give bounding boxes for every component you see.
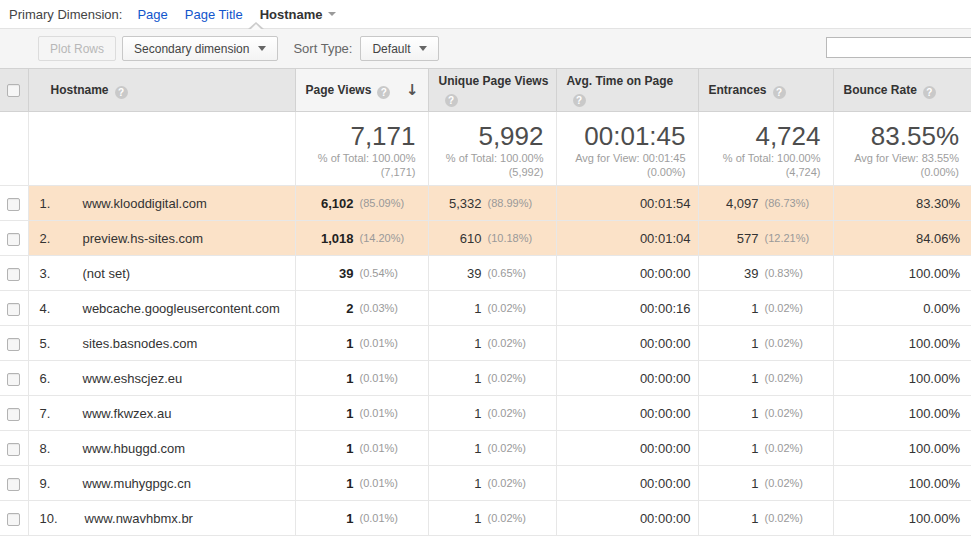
entrances-cell: 1(0.02%) — [698, 291, 833, 326]
entrances-cell: 1(0.02%) — [698, 466, 833, 501]
row-checkbox[interactable] — [7, 303, 20, 316]
unique-page-views-pct: (0.02%) — [488, 477, 544, 489]
unique-page-views-cell: 1(0.02%) — [428, 361, 556, 396]
entrances-value: 577 — [699, 231, 759, 246]
row-checkbox-cell — [0, 396, 28, 431]
total-avg-time: 00:01:45 — [557, 121, 686, 151]
search-input[interactable] — [826, 37, 971, 58]
row-checkbox[interactable] — [7, 198, 20, 211]
primary-dimension-label: Primary Dimension: — [9, 7, 122, 22]
summary-avg-time: 00:01:45 Avg for View: 00:01:45 (0.00%) — [556, 112, 698, 186]
table-header-row: Hostname? Page Views? ↓ Unique Page View… — [0, 69, 971, 112]
sort-type-button[interactable]: Default — [360, 36, 439, 61]
page-views-cell: 2(0.03%) — [295, 291, 428, 326]
entrances-cell: 1(0.02%) — [698, 431, 833, 466]
select-all-checkbox[interactable] — [7, 84, 20, 97]
row-number: 6. — [29, 371, 56, 386]
row-checkbox-cell — [0, 431, 28, 466]
row-checkbox-cell — [0, 501, 28, 536]
table-row: 6.www.eshscjez.eu1(0.01%)1(0.02%)00:00:0… — [0, 361, 971, 396]
entrances-pct: (0.02%) — [765, 407, 821, 419]
column-header-bounce-rate[interactable]: Bounce Rate? — [833, 69, 971, 112]
hostname-cell: 3.(not set) — [28, 256, 295, 291]
summary-unique-page-views: 5,992 % of Total: 100.00% (5,992) — [428, 112, 556, 186]
unique-page-views-cell: 610(10.18%) — [428, 221, 556, 256]
chevron-down-icon — [258, 46, 266, 51]
help-icon[interactable]: ? — [115, 86, 128, 99]
page-views-value: 1 — [296, 371, 354, 386]
row-checkbox[interactable] — [7, 513, 20, 526]
entrances-value: 1 — [699, 336, 759, 351]
bounce-rate-value: 100.00% — [833, 326, 971, 361]
column-header-unique-page-views[interactable]: Unique Page Views ? — [428, 69, 556, 112]
plot-rows-button[interactable]: Plot Rows — [38, 36, 116, 61]
row-checkbox[interactable] — [7, 478, 20, 491]
bounce-rate-value: 83.30% — [833, 186, 971, 221]
unique-page-views-pct: (0.02%) — [488, 337, 544, 349]
row-checkbox-cell — [0, 326, 28, 361]
column-header-page-views[interactable]: Page Views? ↓ — [295, 69, 428, 112]
summary-bounce-rate: 83.55% Avg for View: 83.55% (0.00%) — [833, 112, 971, 186]
hostname-value: (not set) — [56, 266, 131, 281]
row-number: 2. — [29, 231, 56, 246]
hostname-value: webcache.googleusercontent.com — [56, 301, 280, 316]
entrances-value: 1 — [699, 511, 759, 526]
page-views-value: 6,102 — [296, 196, 354, 211]
page-views-cell: 1(0.01%) — [295, 466, 428, 501]
secondary-dimension-button[interactable]: Secondary dimension — [122, 36, 278, 61]
table-row: 9.www.muhygpgc.cn1(0.01%)1(0.02%)00:00:0… — [0, 466, 971, 501]
unique-page-views-value: 5,332 — [429, 196, 482, 211]
entrances-value: 1 — [699, 406, 759, 421]
secondary-dimension-label: Secondary dimension — [134, 42, 249, 56]
row-number: 5. — [29, 336, 56, 351]
help-icon[interactable]: ? — [573, 94, 586, 107]
avg-time-value: 00:00:00 — [556, 326, 698, 361]
hostname-value: www.muhygpgc.cn — [56, 476, 191, 491]
entrances-pct: (0.02%) — [765, 477, 821, 489]
entrances-pct: (0.02%) — [765, 372, 821, 384]
row-checkbox[interactable] — [7, 233, 20, 246]
page-views-pct: (0.01%) — [360, 512, 416, 524]
unique-page-views-header-label: Unique Page Views — [439, 74, 549, 88]
row-checkbox[interactable] — [7, 338, 20, 351]
tab-page-title[interactable]: Page Title — [185, 7, 243, 22]
unique-page-views-pct: (0.02%) — [488, 512, 544, 524]
entrances-pct: (0.02%) — [765, 442, 821, 454]
page-views-pct: (0.01%) — [360, 407, 416, 419]
row-checkbox[interactable] — [7, 268, 20, 281]
page-views-cell: 1(0.01%) — [295, 396, 428, 431]
hostname-cell: 1.www.klooddigital.com — [28, 186, 295, 221]
total-entrances: 4,724 — [699, 121, 821, 151]
sort-descending-icon[interactable]: ↓ — [406, 82, 419, 99]
entrances-cell: 1(0.02%) — [698, 361, 833, 396]
chevron-down-icon — [328, 12, 336, 16]
unique-page-views-pct: (0.02%) — [488, 302, 544, 314]
column-header-hostname[interactable]: Hostname? — [28, 69, 295, 112]
unique-page-views-pct: (0.02%) — [488, 407, 544, 419]
row-checkbox[interactable] — [7, 443, 20, 456]
unique-page-views-value: 1 — [429, 476, 482, 491]
avg-time-value: 00:00:00 — [556, 396, 698, 431]
entrances-cell: 577(12.21%) — [698, 221, 833, 256]
row-checkbox-cell — [0, 361, 28, 396]
column-header-entrances[interactable]: Entrances? — [698, 69, 833, 112]
tab-hostname[interactable]: Hostname — [260, 7, 337, 22]
total-page-views-note: % of Total: 100.00% — [296, 151, 416, 165]
hostname-value: www.hbuggd.com — [56, 441, 186, 456]
row-checkbox[interactable] — [7, 373, 20, 386]
help-icon[interactable]: ? — [773, 86, 786, 99]
select-all-cell — [0, 69, 28, 112]
tab-page[interactable]: Page — [137, 7, 167, 22]
help-icon[interactable]: ? — [923, 86, 936, 99]
hostname-value: sites.basnodes.com — [56, 336, 198, 351]
unique-page-views-cell: 1(0.02%) — [428, 326, 556, 361]
row-checkbox[interactable] — [7, 408, 20, 421]
column-header-avg-time[interactable]: Avg. Time on Page? — [556, 69, 698, 112]
help-icon[interactable]: ? — [377, 86, 390, 99]
entrances-cell: 39(0.83%) — [698, 256, 833, 291]
summary-page-views: 7,171 % of Total: 100.00% (7,171) — [295, 112, 428, 186]
total-avg-time-note2: (0.00%) — [557, 165, 686, 179]
help-icon[interactable]: ? — [445, 94, 458, 107]
unique-page-views-cell: 39(0.65%) — [428, 256, 556, 291]
table-row: 2.preview.hs-sites.com1,018(14.20%)610(1… — [0, 221, 971, 256]
